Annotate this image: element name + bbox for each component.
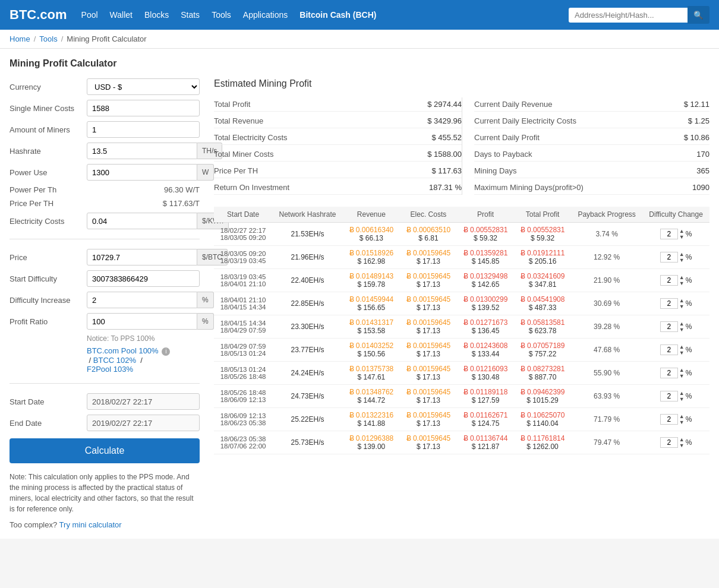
diff-arrows[interactable]: ▲ ▼	[679, 251, 685, 263]
navbar: BTC.com Pool Wallet Blocks Stats Tools A…	[0, 0, 719, 30]
diff-arrows[interactable]: ▲ ▼	[679, 321, 685, 333]
end-date-input[interactable]	[87, 415, 200, 431]
difficulty-input[interactable]	[660, 275, 678, 286]
difficulty-input[interactable]	[660, 414, 678, 425]
cell-revenue: Ƀ 0.01489143$ 159.78	[343, 269, 400, 292]
diff-down-icon[interactable]: ▼	[679, 304, 685, 309]
start-date-input[interactable]	[87, 393, 200, 410]
diff-down-icon[interactable]: ▼	[679, 327, 685, 333]
diff-down-icon[interactable]: ▼	[679, 257, 685, 263]
nav-link-applications[interactable]: Applications	[243, 10, 288, 20]
btccom-pool-link[interactable]: BTC.com Pool 100%	[87, 346, 159, 355]
diff-up-icon[interactable]: ▲	[679, 367, 685, 373]
hashrate-input[interactable]	[87, 143, 197, 159]
difficulty-input[interactable]	[660, 368, 678, 378]
nav-item-stats[interactable]: Stats	[181, 10, 200, 20]
diff-arrows[interactable]: ▲ ▼	[679, 390, 685, 402]
cell-profit: Ƀ 0.01300299$ 139.52	[457, 292, 514, 315]
cell-network: 22.40EH/s	[272, 269, 343, 292]
search-button[interactable]: 🔍	[688, 6, 709, 24]
single-miner-input[interactable]	[87, 100, 200, 116]
calculate-button[interactable]: Calculate	[10, 438, 200, 463]
summary-roi-value: 187.31 %	[429, 183, 462, 192]
brand-logo[interactable]: BTC.com	[10, 7, 67, 23]
difficulty-input[interactable]	[660, 229, 678, 239]
diff-up-icon[interactable]: ▲	[679, 390, 685, 396]
diff-up-icon[interactable]: ▲	[679, 413, 685, 419]
cell-payback: 71.79 %	[571, 408, 642, 431]
diff-up-icon[interactable]: ▲	[679, 437, 685, 442]
difficulty-increase-input[interactable]	[87, 292, 197, 308]
amount-miners-input[interactable]	[87, 121, 200, 138]
nav-link-wallet[interactable]: Wallet	[110, 10, 133, 20]
diff-up-icon[interactable]: ▲	[679, 251, 685, 257]
cell-difficulty: ▲ ▼ %	[642, 339, 709, 362]
difficulty-input[interactable]	[660, 252, 678, 263]
diff-down-icon[interactable]: ▼	[679, 419, 685, 425]
difficulty-input[interactable]	[660, 344, 678, 355]
nav-link-stats[interactable]: Stats	[181, 10, 200, 20]
diff-up-icon[interactable]: ▲	[679, 274, 685, 280]
nav-item-applications[interactable]: Applications	[243, 10, 288, 20]
difficulty-input[interactable]	[660, 391, 678, 402]
page-title: Mining Profit Calculator	[10, 58, 709, 69]
nav-item-blocks[interactable]: Blocks	[144, 10, 169, 20]
summary-total-revenue-value: $ 3429.96	[427, 116, 462, 125]
currency-select[interactable]: USD - $ EUR - € CNY - ¥	[87, 78, 200, 95]
breadcrumb-home[interactable]: Home	[10, 34, 30, 43]
single-miner-row: Single Miner Costs	[10, 100, 200, 116]
nav-item-wallet[interactable]: Wallet	[110, 10, 133, 20]
difficulty-input[interactable]	[660, 437, 678, 448]
info-icon[interactable]: i	[162, 347, 170, 356]
diff-down-icon[interactable]: ▼	[679, 234, 685, 240]
difficulty-input[interactable]	[660, 321, 678, 332]
breadcrumb-tools[interactable]: Tools	[39, 34, 57, 43]
cell-total-profit: Ƀ 0.03241609$ 347.81	[514, 269, 571, 292]
diff-arrows[interactable]: ▲ ▼	[679, 413, 685, 425]
search-input[interactable]	[569, 8, 688, 23]
diff-down-icon[interactable]: ▼	[679, 350, 685, 356]
nav-item-bch[interactable]: Bitcoin Cash (BCH)	[299, 10, 376, 20]
diff-arrows[interactable]: ▲ ▼	[679, 228, 685, 240]
nav-item-pool[interactable]: Pool	[81, 10, 98, 20]
nav-link-blocks[interactable]: Blocks	[144, 10, 169, 20]
diff-up-icon[interactable]: ▲	[679, 344, 685, 350]
table-row: 18/05/13 01:2418/05/26 18:48 24.24EH/s Ƀ…	[214, 362, 709, 385]
diff-up-icon[interactable]: ▲	[679, 228, 685, 234]
price-input[interactable]	[87, 249, 197, 265]
cell-difficulty: ▲ ▼ %	[642, 385, 709, 408]
profit-ratio-input[interactable]	[87, 313, 197, 330]
diff-arrows[interactable]: ▲ ▼	[679, 274, 685, 286]
power-use-input[interactable]	[87, 164, 197, 181]
start-difficulty-input[interactable]	[87, 270, 200, 287]
diff-arrows[interactable]: ▲ ▼	[679, 344, 685, 356]
difficulty-increase-label: Difficulty Increase	[10, 296, 87, 305]
difficulty-input[interactable]	[660, 298, 678, 309]
f2pool-link[interactable]: F2Pool 103%	[87, 365, 133, 374]
diff-percent: %	[686, 253, 692, 261]
nav-link-tools[interactable]: Tools	[212, 10, 231, 20]
mini-calc-link[interactable]: Try mini calculator	[59, 520, 122, 529]
diff-arrows[interactable]: ▲ ▼	[679, 298, 685, 309]
diff-arrows[interactable]: ▲ ▼	[679, 367, 685, 379]
power-use-row: Power Use W	[10, 164, 200, 181]
summary-days-payback-label: Days to Payback	[474, 150, 696, 159]
btcc-link[interactable]: BTCC 102%	[93, 356, 136, 365]
cell-difficulty: ▲ ▼ %	[642, 223, 709, 246]
search-bar: 🔍	[569, 6, 709, 24]
nav-link-pool[interactable]: Pool	[81, 10, 98, 20]
diff-down-icon[interactable]: ▼	[679, 442, 685, 448]
electricity-input[interactable]	[87, 213, 197, 229]
diff-arrows[interactable]: ▲ ▼	[679, 437, 685, 448]
diff-up-icon[interactable]: ▲	[679, 298, 685, 304]
diff-down-icon[interactable]: ▼	[679, 373, 685, 379]
nav-link-bch[interactable]: Bitcoin Cash (BCH)	[299, 10, 376, 20]
diff-down-icon[interactable]: ▼	[679, 396, 685, 402]
cell-elec: Ƀ 0.00159645$ 17.13	[400, 408, 457, 431]
th-payback: Payback Progress	[571, 207, 642, 223]
summary-total-profit: Total Profit $ 2974.44	[214, 97, 462, 112]
breadcrumb: Home / Tools / Mining Profit Calculator	[0, 30, 719, 49]
diff-up-icon[interactable]: ▲	[679, 321, 685, 327]
diff-down-icon[interactable]: ▼	[679, 280, 685, 286]
nav-item-tools[interactable]: Tools	[212, 10, 231, 20]
